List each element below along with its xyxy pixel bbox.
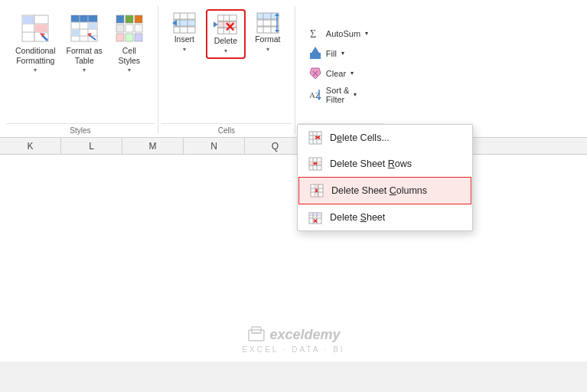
sort-filter-icon: A Z xyxy=(308,87,323,103)
ribbon-group-editing: Σ AutoSum ▾ Fill ▾ xyxy=(298,3,384,137)
svg-rect-17 xyxy=(72,30,80,36)
svg-rect-45 xyxy=(257,20,279,26)
conditional-formatting-label: Conditional Formatting xyxy=(15,46,56,65)
svg-rect-18 xyxy=(89,23,96,29)
svg-rect-25 xyxy=(126,24,133,32)
svg-rect-53 xyxy=(310,53,321,59)
format-button[interactable]: Format ▾ xyxy=(249,9,287,56)
cell-styles-icon xyxy=(113,12,145,44)
insert-arrow: ▾ xyxy=(183,46,186,53)
svg-rect-7 xyxy=(35,24,47,32)
delete-rows-label: Delete Sheet Rows xyxy=(330,158,412,169)
svg-rect-6 xyxy=(23,16,34,24)
delete-cells-label: Delete Cells... xyxy=(330,132,390,143)
spreadsheet-area: K L M N Q exceldemy EXCEL · DATA · BI xyxy=(0,138,587,361)
delete-icon xyxy=(214,14,238,35)
delete-sheet-icon xyxy=(308,211,322,224)
insert-button[interactable]: Insert ▾ xyxy=(166,9,203,56)
col-header-m[interactable]: M xyxy=(122,138,184,154)
fill-arrow: ▾ xyxy=(341,50,344,57)
delete-columns-item[interactable]: Delete Sheet Columns xyxy=(298,177,471,204)
divider-1 xyxy=(158,6,158,134)
svg-rect-32 xyxy=(174,27,195,33)
svg-rect-21 xyxy=(116,15,124,23)
delete-cells-item[interactable]: Delete Cells... xyxy=(298,125,472,151)
delete-rows-item[interactable]: Delete Sheet Rows xyxy=(298,151,472,177)
format-icon xyxy=(256,12,280,34)
cell-styles-arrow: ▾ xyxy=(128,67,131,74)
svg-rect-11 xyxy=(71,15,97,22)
svg-marker-54 xyxy=(311,47,319,53)
watermark-sub: EXCEL · DATA · BI xyxy=(242,345,344,354)
sort-filter-button[interactable]: A Z Sort & Filter ▾ xyxy=(303,84,380,106)
delete-sheet-item[interactable]: Delete Sheet xyxy=(298,204,472,230)
clear-arrow: ▾ xyxy=(351,70,354,77)
cell-styles-label: Cell Styles xyxy=(119,46,141,65)
col-header-n[interactable]: N xyxy=(184,138,245,154)
format-label: Format xyxy=(255,35,280,44)
svg-text:A: A xyxy=(309,90,315,100)
svg-rect-62 xyxy=(248,330,263,341)
sort-filter-arrow: ▾ xyxy=(354,91,357,98)
clear-button[interactable]: Clear ▾ xyxy=(303,64,380,83)
svg-rect-29 xyxy=(135,34,142,41)
autosum-arrow: ▾ xyxy=(365,30,368,37)
delete-cells-icon xyxy=(308,131,322,145)
column-headers: K L M N Q xyxy=(0,138,587,155)
conditional-formatting-button[interactable]: Conditional Formatting ▾ xyxy=(11,9,60,77)
svg-rect-27 xyxy=(116,34,124,41)
conditional-formatting-arrow: ▾ xyxy=(34,67,37,74)
clear-icon xyxy=(308,66,323,81)
divider-2 xyxy=(295,6,295,134)
svg-rect-31 xyxy=(174,20,195,26)
svg-rect-87 xyxy=(309,213,321,216)
watermark: exceldemy EXCEL · DATA · BI xyxy=(242,325,344,354)
delete-dropdown-menu: Delete Cells... Delete Sheet Rows xyxy=(297,124,473,231)
autosum-label: AutoSum xyxy=(326,29,360,38)
delete-arrow: ▾ xyxy=(224,47,227,54)
svg-rect-36 xyxy=(217,15,236,21)
cell-styles-button[interactable]: Cell Styles ▾ xyxy=(109,9,150,77)
format-arrow: ▾ xyxy=(266,46,269,53)
clear-label: Clear xyxy=(326,69,346,78)
svg-rect-22 xyxy=(126,15,133,23)
ribbon-group-cells: Insert ▾ xyxy=(161,3,292,137)
svg-rect-28 xyxy=(126,34,133,41)
col-header-k[interactable]: K xyxy=(0,138,61,154)
fill-button[interactable]: Fill ▾ xyxy=(303,44,380,63)
format-as-table-label: Format as Table xyxy=(67,46,103,65)
format-as-table-arrow: ▾ xyxy=(83,67,86,74)
svg-rect-24 xyxy=(116,24,124,32)
svg-marker-41 xyxy=(214,21,218,28)
ribbon: Conditional Formatting ▾ xyxy=(0,0,587,138)
svg-rect-23 xyxy=(135,15,142,23)
delete-columns-label: Delete Sheet Columns xyxy=(331,185,427,196)
styles-group-label: Styles xyxy=(6,123,155,137)
fill-label: Fill xyxy=(326,49,337,58)
delete-button[interactable]: Delete ▾ xyxy=(206,9,246,59)
insert-icon xyxy=(172,12,197,34)
format-as-table-button[interactable]: Format as Table ▾ xyxy=(62,9,107,77)
watermark-logo: exceldemy xyxy=(246,325,340,344)
format-as-table-icon xyxy=(68,12,100,44)
autosum-icon: Σ xyxy=(308,26,323,41)
svg-text:Σ: Σ xyxy=(310,28,316,40)
fill-icon xyxy=(308,46,323,61)
svg-rect-30 xyxy=(174,13,195,19)
col-header-l[interactable]: L xyxy=(61,138,122,154)
svg-rect-26 xyxy=(135,24,142,32)
cells-group-label: Cells xyxy=(161,123,292,137)
ribbon-group-styles: Conditional Formatting ▾ xyxy=(6,3,155,137)
insert-label: Insert xyxy=(174,35,194,44)
autosum-button[interactable]: Σ AutoSum ▾ xyxy=(303,24,380,43)
sort-filter-label: Sort & Filter xyxy=(326,86,350,104)
conditional-formatting-icon xyxy=(19,12,51,44)
delete-label: Delete xyxy=(214,37,237,46)
delete-columns-icon xyxy=(310,184,324,198)
watermark-name: exceldemy xyxy=(269,327,340,343)
delete-rows-icon xyxy=(308,157,322,171)
delete-sheet-label: Delete Sheet xyxy=(330,212,385,223)
